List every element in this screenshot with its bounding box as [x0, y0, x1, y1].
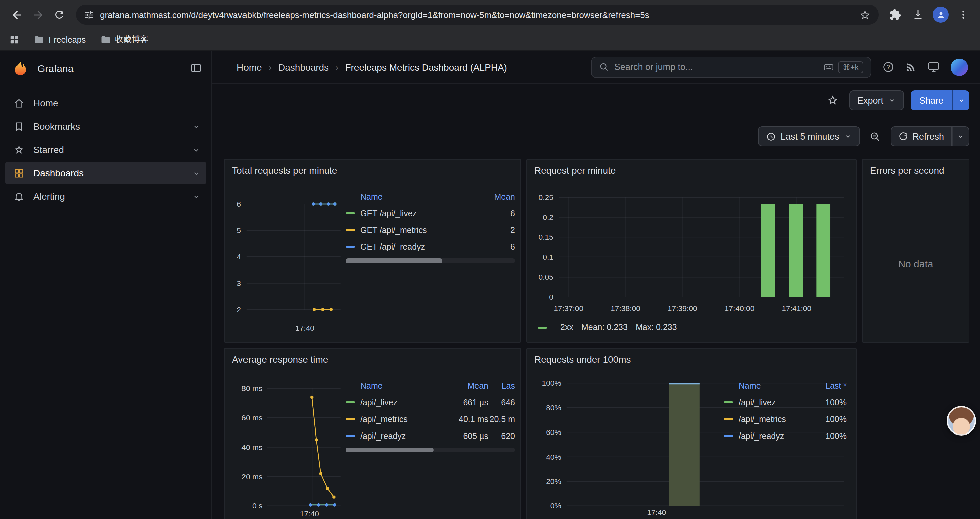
svg-text:20 ms: 20 ms	[242, 472, 262, 481]
brand-name: Grafana	[37, 62, 190, 74]
assistant-avatar[interactable]	[947, 406, 976, 436]
series-name[interactable]: /api/_metrics	[738, 414, 815, 424]
series-value: 605 µs	[450, 431, 488, 441]
legend-col-header[interactable]: Mean	[484, 192, 515, 201]
bookmark-folder-blogs[interactable]: 收藏博客	[100, 34, 148, 45]
time-controls: Last 5 minutes Refresh	[212, 124, 980, 148]
sidebar-item-label: Starred	[33, 144, 64, 155]
site-info-icon[interactable]	[84, 10, 94, 20]
refresh-interval-button[interactable]	[952, 126, 969, 146]
download-icon[interactable]	[908, 5, 928, 25]
series-name[interactable]: GET /api/_metrics	[360, 225, 484, 235]
series-value: 2	[484, 225, 515, 235]
scrollbar-thumb[interactable]	[345, 259, 442, 263]
series-color-chip	[345, 418, 355, 420]
chevron-down-icon[interactable]	[192, 145, 201, 154]
scrollbar-thumb[interactable]	[345, 447, 434, 452]
series-color-chip	[724, 435, 733, 437]
time-range-picker[interactable]: Last 5 minutes	[758, 126, 860, 146]
chevron-down-icon[interactable]	[192, 122, 201, 131]
export-button[interactable]: Export	[849, 90, 904, 110]
sidebar-item-home[interactable]: Home	[5, 91, 206, 114]
panel-request-per-minute: 0.250.20.150.10.05017:37:0017:38:0017:39…	[527, 159, 857, 343]
chevron-down-icon[interactable]	[192, 169, 201, 177]
series-name[interactable]: /api/_livez	[738, 398, 815, 407]
series-value: 20.5 m	[488, 414, 515, 424]
series-color-chip	[345, 401, 355, 404]
help-icon[interactable]: ?	[882, 61, 895, 73]
bookmark-star-icon[interactable]	[859, 9, 870, 21]
bookmark-folder-freeleaps[interactable]: Freeleaps	[34, 35, 86, 45]
legend-col-header[interactable]: Mean	[450, 381, 488, 390]
series-value: 100%	[815, 398, 846, 407]
favorite-star-icon[interactable]	[822, 90, 843, 110]
svg-text:17:37:00: 17:37:00	[554, 304, 584, 313]
share-button[interactable]: Share	[911, 90, 952, 110]
series-name[interactable]: /api/_livez	[360, 398, 450, 407]
breadcrumb-dashboards[interactable]: Dashboards	[278, 62, 329, 72]
apps-grid-icon[interactable]	[10, 35, 19, 45]
svg-text:6: 6	[237, 200, 241, 208]
dashboards-icon	[13, 167, 25, 179]
series-name[interactable]: /api/_readyz	[738, 431, 815, 441]
dock-menu-icon[interactable]	[190, 62, 202, 74]
legend-col-header[interactable]: Last *	[815, 381, 846, 390]
back-icon[interactable]	[7, 5, 27, 25]
svg-text:0%: 0%	[550, 501, 562, 510]
panel-title[interactable]: Requests under 100ms	[535, 354, 631, 365]
grafana-logo[interactable]	[12, 59, 29, 77]
legend-col-header[interactable]: Name	[345, 192, 484, 201]
series-color-chip	[345, 435, 355, 437]
refresh-button[interactable]: Refresh	[890, 126, 952, 146]
sidebar-item-starred[interactable]: Starred	[5, 138, 206, 161]
sidebar-item-dashboards[interactable]: Dashboards	[5, 162, 206, 184]
profile-avatar[interactable]	[932, 7, 949, 23]
svg-text:17:38:00: 17:38:00	[611, 304, 640, 313]
legend-table: NameLast */api/_livez100%/api/_metrics10…	[724, 377, 846, 444]
request-per-minute-chart: 0.250.20.150.10.05017:37:0017:38:0017:39…	[527, 160, 856, 342]
svg-text:17:39:00: 17:39:00	[668, 304, 697, 313]
legend-col-header[interactable]: Name	[724, 381, 815, 390]
panel-title[interactable]: Total requests per minute	[232, 165, 337, 176]
search-input[interactable]: Search or jump to... ⌘+k	[591, 56, 871, 78]
extensions-icon[interactable]	[885, 5, 905, 25]
share-menu-button[interactable]	[952, 90, 969, 110]
series-name[interactable]: 2xx	[560, 323, 573, 332]
series-name[interactable]: GET /api/_readyz	[360, 242, 484, 251]
panel-title[interactable]: Errors per second	[870, 165, 944, 176]
bell-icon	[13, 191, 25, 202]
svg-text:4: 4	[237, 252, 241, 261]
chevron-down-icon[interactable]	[192, 192, 201, 201]
legend-col-header[interactable]: Las	[488, 381, 515, 390]
breadcrumb: Home › Dashboards › Freeleaps Metrics Da…	[237, 62, 507, 72]
svg-text:?: ?	[886, 64, 890, 70]
url-bar[interactable]: grafana.mathmast.com/d/deytv4rwavabkb/fr…	[76, 5, 878, 25]
legend-scrollbar[interactable]	[345, 259, 515, 263]
series-name[interactable]: /api/_metrics	[360, 414, 450, 424]
grafana-header: Home › Dashboards › Freeleaps Metrics Da…	[212, 51, 980, 84]
legend-row: /api/_metrics100%	[724, 411, 846, 428]
bookmark-label: Freeleaps	[49, 35, 86, 45]
rss-icon[interactable]	[905, 61, 916, 73]
legend-scrollbar[interactable]	[345, 447, 515, 452]
svg-text:0.25: 0.25	[539, 193, 554, 202]
user-avatar[interactable]	[951, 58, 968, 76]
svg-text:17:40: 17:40	[300, 509, 319, 518]
monitor-icon[interactable]	[927, 61, 940, 73]
panel-title[interactable]: Request per minute	[535, 165, 616, 176]
forward-icon[interactable]	[28, 5, 48, 25]
panel-title[interactable]: Average response time	[232, 354, 328, 365]
legend-col-header[interactable]: Name	[345, 381, 450, 390]
series-color-chip	[724, 418, 733, 420]
sidebar-item-alerting[interactable]: Alerting	[5, 185, 206, 208]
reload-icon[interactable]	[49, 5, 69, 25]
bookmarks-bar: Freeleaps 收藏博客	[0, 29, 980, 51]
sidebar-item-bookmarks[interactable]: Bookmarks	[5, 115, 206, 137]
browser-menu-icon[interactable]	[953, 5, 973, 25]
series-value: 620	[488, 431, 515, 441]
breadcrumb-home[interactable]: Home	[237, 62, 262, 72]
series-name[interactable]: GET /api/_livez	[360, 209, 484, 218]
series-name[interactable]: /api/_readyz	[360, 431, 450, 441]
svg-text:80 ms: 80 ms	[242, 384, 262, 393]
zoom-out-icon[interactable]	[865, 126, 885, 146]
